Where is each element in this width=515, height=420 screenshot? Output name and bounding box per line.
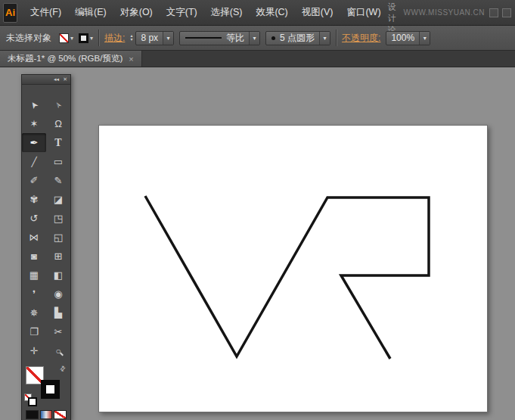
selection-tool-icon: ➤ (28, 99, 40, 110)
chevron-down-icon[interactable]: ▾ (163, 32, 173, 45)
menubar-items: 文件(F)编辑(E)对象(O)文字(T)选择(S)效果(C)视图(V)窗口(W) (23, 0, 388, 25)
width-tool[interactable]: ⋈ (22, 228, 46, 247)
type-tool[interactable]: T (46, 133, 70, 152)
gradient-tool-icon: ◧ (54, 270, 63, 280)
symbol-sprayer-tool[interactable]: ✵ (22, 303, 46, 322)
zoom-tool-icon: ○ (55, 347, 60, 356)
lasso-tool[interactable]: Ω (46, 114, 70, 133)
brush-definition-value: 5 点圆形 (275, 32, 319, 45)
slice-tool[interactable]: ✂ (46, 322, 70, 341)
stroke-swatch[interactable] (41, 380, 60, 399)
artboard-canvas[interactable] (99, 126, 487, 412)
chevron-down-icon[interactable]: ▾ (319, 32, 330, 45)
app-logo: Ai (3, 3, 17, 23)
stroke-weight-stepper[interactable]: ▴ ▾ (130, 34, 132, 42)
width-profile-combo[interactable]: 等比 ▾ (179, 31, 260, 45)
scale-tool[interactable]: ◳ (46, 209, 70, 228)
menu-view[interactable]: 视图(V) (295, 0, 340, 25)
opacity-panel-link[interactable]: 不透明度: (342, 32, 380, 45)
opacity-combo[interactable]: 100% ▾ (386, 31, 430, 45)
window-restore-button[interactable] (489, 8, 498, 17)
pencil-tool[interactable]: ✎ (46, 171, 70, 190)
stroke-panel-link[interactable]: 描边: (104, 32, 125, 45)
perspective-grid-tool-icon: ⊞ (54, 251, 63, 261)
selection-status: 未选择对象 (6, 32, 51, 45)
color-button[interactable] (26, 410, 39, 419)
pen-tool[interactable]: ✒ (22, 133, 46, 152)
perspective-grid-tool[interactable]: ⊞ (46, 247, 70, 266)
brush-definition-combo[interactable]: 5 点圆形 ▾ (265, 31, 330, 45)
magic-wand-tool-icon: ✶ (30, 119, 39, 129)
menu-edit[interactable]: 编辑(E) (68, 0, 113, 25)
tools-grid: ➤➢✶Ω✒T╱▭✐✎✾◪↺◳⋈◱◙⊞▦◧❜◉✵▙❐✂✛○ (22, 85, 70, 360)
rectangle-tool[interactable]: ▭ (46, 152, 70, 171)
chevron-down-icon[interactable]: ▾ (419, 32, 430, 45)
spinner-down-icon[interactable]: ▾ (130, 38, 132, 42)
menu-object[interactable]: 对象(O) (113, 0, 160, 25)
lasso-tool-icon: Ω (54, 119, 62, 129)
gradient-button[interactable] (40, 410, 53, 419)
tab-close-icon[interactable]: × (129, 54, 133, 64)
chevron-down-icon: ▾ (70, 35, 73, 42)
rectangle-tool-icon: ▭ (54, 157, 63, 166)
artboard[interactable] (98, 125, 488, 412)
watermark-url: WWW.MISSYUAN.CN (404, 8, 486, 17)
document-tab[interactable]: 未标题-1* @ 50% (RGB/预览) × (0, 51, 142, 67)
menu-file[interactable]: 文件(F) (23, 0, 68, 25)
pencil-tool-icon: ✎ (54, 176, 63, 185)
swap-fill-stroke-icon[interactable]: ⇄ (58, 364, 67, 373)
shape-builder-tool[interactable]: ◙ (22, 247, 46, 266)
opacity-value: 100% (386, 33, 419, 43)
eyedropper-tool-icon: ❜ (33, 289, 36, 299)
stroke-swatch-icon (79, 33, 88, 43)
default-fill-stroke-icon[interactable] (24, 394, 35, 404)
panel-collapse-button[interactable]: ◂◂ (54, 76, 59, 82)
canvas-pasteboard[interactable]: ◂◂ ✕ ➤➢✶Ω✒T╱▭✐✎✾◪↺◳⋈◱◙⊞▦◧❜◉✵▙❐✂✛○ ⇄ (0, 67, 515, 420)
window-close-button[interactable] (502, 8, 511, 17)
fill-color-control[interactable]: ▾ (59, 33, 73, 43)
vr-pen-path[interactable] (145, 196, 429, 359)
mesh-tool[interactable]: ▦ (22, 266, 46, 285)
document-tab-bar: 未标题-1* @ 50% (RGB/预览) × (0, 51, 515, 67)
paintbrush-tool[interactable]: ✐ (22, 171, 46, 190)
chevron-down-icon: ▾ (90, 35, 93, 42)
stroke-weight-combo[interactable]: 8 px ▾ (135, 31, 174, 45)
titlebar: Ai 文件(F)编辑(E)对象(O)文字(T)选择(S)效果(C)视图(V)窗口… (0, 0, 515, 26)
rotate-tool-icon: ↺ (30, 213, 39, 223)
fill-stroke-widget: ⇄ (22, 365, 70, 407)
blob-brush-tool[interactable]: ✾ (22, 190, 46, 209)
selection-tool[interactable]: ➤ (22, 95, 46, 114)
divider (98, 30, 99, 46)
paint-mode-row (22, 407, 70, 419)
eraser-tool-icon: ◪ (54, 194, 63, 204)
menu-effect[interactable]: 效果(C) (249, 0, 294, 25)
paintbrush-tool-icon: ✐ (30, 176, 39, 185)
width-profile-preview (185, 37, 222, 39)
width-profile-value: 等比 (222, 32, 249, 45)
panel-close-button[interactable]: ✕ (63, 76, 67, 82)
none-button[interactable] (54, 410, 67, 419)
eyedropper-tool[interactable]: ❜ (22, 285, 46, 303)
artboard-tool-icon: ❐ (29, 327, 39, 337)
menu-type[interactable]: 文字(T) (160, 0, 204, 25)
zoom-tool[interactable]: ○ (46, 341, 70, 360)
menu-select[interactable]: 选择(S) (204, 0, 250, 25)
column-graph-tool[interactable]: ▙ (46, 303, 70, 322)
chevron-down-icon[interactable]: ▾ (249, 32, 259, 45)
direct-selection-tool[interactable]: ➢ (46, 95, 70, 114)
stroke-color-control[interactable]: ▾ (79, 33, 93, 43)
eraser-tool[interactable]: ◪ (46, 190, 70, 209)
free-transform-tool[interactable]: ◱ (46, 228, 70, 247)
rotate-tool[interactable]: ↺ (22, 209, 46, 228)
line-segment-tool[interactable]: ╱ (22, 152, 46, 171)
gradient-tool[interactable]: ◧ (46, 266, 70, 285)
artboard-tool[interactable]: ❐ (22, 322, 46, 341)
blend-tool[interactable]: ◉ (46, 285, 70, 303)
shape-builder-tool-icon: ◙ (31, 251, 37, 261)
menu-window[interactable]: 窗口(W) (340, 0, 387, 25)
direct-selection-tool-icon: ➢ (52, 99, 64, 110)
hand-tool-icon: ✛ (30, 346, 39, 356)
hand-tool[interactable]: ✛ (22, 341, 46, 360)
scale-tool-icon: ◳ (54, 213, 63, 223)
magic-wand-tool[interactable]: ✶ (22, 114, 46, 133)
